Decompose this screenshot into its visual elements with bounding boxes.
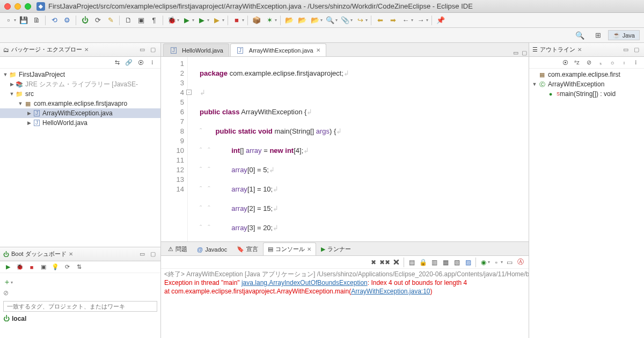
new-console-button[interactable]: ▫ xyxy=(492,258,501,267)
tab-javadoc[interactable]: @Javadoc xyxy=(192,243,232,255)
tags-icon[interactable]: ⊘ xyxy=(3,289,9,297)
maximize-boot-button[interactable]: ▢ xyxy=(149,251,157,258)
outline-tree[interactable]: ▦com.example.eclipse.first ▼ⒸArrayWithEx… xyxy=(529,69,644,338)
maximize-outline-button[interactable]: ▢ xyxy=(632,46,641,53)
terminate-all-button[interactable]: ✖✖ xyxy=(380,258,390,267)
boot-debug-button[interactable]: 🐞 xyxy=(15,262,25,272)
boot-refresh-button[interactable]: ⟳ xyxy=(62,262,72,272)
new-button[interactable]: ▫ xyxy=(3,15,14,26)
annotation-button[interactable]: 📎 xyxy=(340,15,350,26)
new-java-button[interactable]: 🗋 xyxy=(123,15,134,26)
fold-icon[interactable]: - xyxy=(186,90,192,95)
outline-package[interactable]: ▦com.example.eclipse.first xyxy=(529,70,644,79)
next-annotation-button[interactable]: ↪ xyxy=(355,15,365,26)
zoom-window-button[interactable] xyxy=(25,3,31,10)
close-tab-icon[interactable]: ✕ xyxy=(316,47,320,53)
remove-launch-button[interactable]: 🗙 xyxy=(391,258,401,267)
forward-history-button[interactable]: → xyxy=(415,15,426,26)
boot-filter-input[interactable] xyxy=(3,301,157,312)
back-history-button[interactable]: ← xyxy=(400,15,411,26)
minimize-boot-button[interactable]: ▭ xyxy=(138,251,147,258)
console-menu-button[interactable]: Ⓐ xyxy=(516,258,525,267)
src-folder-node[interactable]: ▼📁src xyxy=(0,89,160,99)
min-console-button[interactable]: ▭ xyxy=(504,258,514,267)
stacktrace-link[interactable]: ArrayWithException.java:10 xyxy=(351,288,430,295)
minimize-editor-button[interactable]: ▭ xyxy=(511,49,520,56)
open-perspective-button[interactable]: ⊞ xyxy=(593,30,604,41)
tab-console[interactable]: ▤コンソール ✕ xyxy=(263,243,316,255)
hide-nonpublic-button[interactable]: ○ xyxy=(608,58,617,68)
link-editor-button[interactable]: 🔗 xyxy=(124,58,134,68)
boot-console-button[interactable]: 💡 xyxy=(50,262,60,272)
pin-console-button[interactable]: ▦ xyxy=(441,258,450,267)
boot-local-label[interactable]: local xyxy=(12,315,26,322)
new-project-button[interactable]: 📦 xyxy=(251,15,262,26)
sort-button[interactable]: ᵃz xyxy=(572,58,582,68)
console-output[interactable]: <終了> ArrayWithException [Java アプリケーション] … xyxy=(161,269,529,338)
open-resource-button[interactable]: 📂 xyxy=(310,15,320,26)
save-button[interactable]: 💾 xyxy=(18,15,29,26)
new-package-button[interactable]: ▣ xyxy=(136,15,147,26)
minimize-window-button[interactable] xyxy=(14,3,21,10)
maximize-editor-button[interactable]: ▢ xyxy=(520,49,529,56)
clear-console-button[interactable]: ▤ xyxy=(407,258,416,267)
tab-arraywithexception[interactable]: 🄹ArrayWithException.java ✕ xyxy=(230,43,326,56)
hide-fields-button[interactable]: ⊘ xyxy=(584,58,594,68)
package-explorer-tree[interactable]: ▼📁FirstJavaProject ▶📚JRE システム・ライブラリー [Ja… xyxy=(0,69,160,247)
search-button[interactable]: 🔍 xyxy=(325,15,335,26)
view-menu-button[interactable]: ⁞ xyxy=(148,58,157,68)
tab-problems[interactable]: ⚠問題 xyxy=(163,243,192,255)
hide-static-button[interactable]: ₛ xyxy=(596,58,605,68)
boot-open-button[interactable]: ▣ xyxy=(39,262,48,272)
pin-button[interactable]: 📌 xyxy=(435,15,446,26)
boot-run-button[interactable]: ⏻ xyxy=(79,15,90,26)
run-button[interactable]: ▶ xyxy=(181,15,192,26)
close-window-button[interactable] xyxy=(4,3,11,10)
outline-class[interactable]: ▼ⒸArrayWithException xyxy=(529,79,644,89)
skip-breakpoints-button[interactable]: ✎ xyxy=(105,15,116,26)
open-task-button[interactable]: 📂 xyxy=(297,15,308,26)
hide-local-button[interactable]: ₗ xyxy=(619,58,629,68)
minimize-outline-button[interactable]: ▭ xyxy=(621,46,630,53)
tab-runner[interactable]: ▶ランナー xyxy=(316,243,356,255)
back-button[interactable]: ⬅ xyxy=(375,15,385,26)
settings-button[interactable]: ⚙ xyxy=(62,15,72,26)
maximize-view-button[interactable]: ▢ xyxy=(149,46,157,53)
project-node[interactable]: ▼📁FirstJavaProject xyxy=(0,70,160,79)
terminate-button[interactable]: ✖ xyxy=(369,258,378,267)
tab-helloworld[interactable]: 🄹HelloWorld.java xyxy=(163,43,229,56)
debug-button[interactable]: 🐞 xyxy=(166,15,177,26)
jre-library-node[interactable]: ▶📚JRE システム・ライブラリー [JavaSE- xyxy=(0,79,160,89)
code-editor[interactable]: 1 2 3 4- 5 6 7 8 9 10 11 12 13 14 packag… xyxy=(161,57,529,241)
boot-start-button[interactable]: ▶ xyxy=(3,262,13,272)
coverage-button[interactable]: ▶ xyxy=(196,15,207,26)
file-arraywithexception[interactable]: ▶🄹ArrayWithException.java xyxy=(0,108,160,118)
sync-button[interactable]: ⟲ xyxy=(49,15,60,26)
show-console-button[interactable]: ▨ xyxy=(463,258,473,267)
outline-menu-button[interactable]: ⁞ xyxy=(631,58,641,68)
display-console-button[interactable]: ▧ xyxy=(452,258,462,267)
minimize-view-button[interactable]: ▭ xyxy=(138,46,147,53)
open-console-button[interactable]: ◉ xyxy=(479,258,488,267)
add-icon[interactable]: ＋ xyxy=(3,277,11,287)
package-node[interactable]: ▼▦com.example.eclipse.firstjavapro xyxy=(0,99,160,108)
boot-stop-button[interactable]: ■ xyxy=(27,262,36,272)
word-wrap-button[interactable]: ▥ xyxy=(429,258,439,267)
outline-method-main[interactable]: ●S main(String[]) : void xyxy=(529,89,644,99)
focus-task-button[interactable]: ⦿ xyxy=(136,58,145,68)
close-console-icon[interactable]: ✕ xyxy=(307,246,311,252)
java-perspective-button[interactable]: ☕ Java xyxy=(608,30,640,40)
save-all-button[interactable]: 🗎 xyxy=(31,15,42,26)
collapse-all-button[interactable]: ⇆ xyxy=(112,58,122,68)
close-view-icon[interactable]: ✕ xyxy=(84,47,89,53)
relaunch-button[interactable]: ⟳ xyxy=(92,15,103,26)
close-outline-icon[interactable]: ✕ xyxy=(577,47,582,53)
forward-button[interactable]: ➡ xyxy=(387,15,398,26)
run-last-button[interactable]: ▶ xyxy=(211,15,222,26)
boot-filter-button[interactable]: ⇅ xyxy=(74,262,84,272)
scroll-lock-button[interactable]: 🔒 xyxy=(418,258,428,267)
quick-access-icon[interactable]: 🔍 xyxy=(575,31,584,40)
focus-button[interactable]: ⦿ xyxy=(560,58,570,68)
exception-link[interactable]: java.lang.ArrayIndexOutOfBoundsException xyxy=(241,279,368,286)
file-helloworld[interactable]: ▶🄹HelloWorld.java xyxy=(0,118,160,128)
